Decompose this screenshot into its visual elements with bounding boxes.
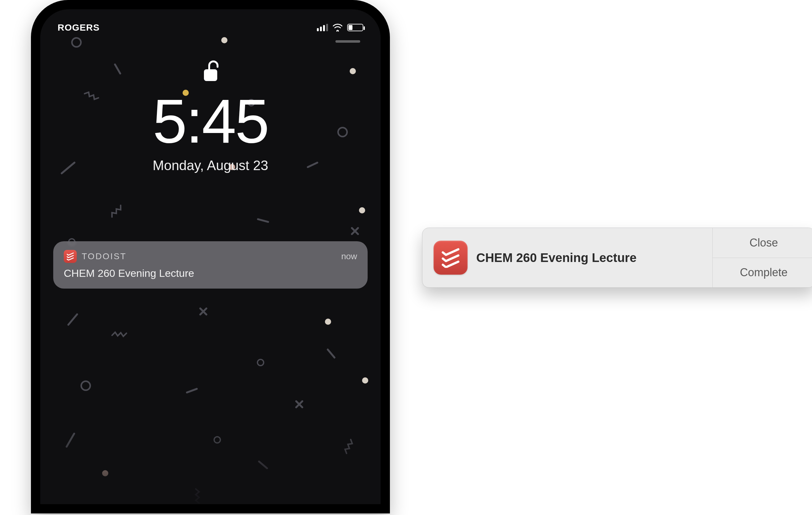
battery-icon (347, 24, 363, 31)
ios-notification-card[interactable]: TODOIST now CHEM 260 Evening Lecture (53, 241, 368, 289)
cellular-signal-icon (317, 24, 328, 31)
status-icons (317, 24, 363, 32)
macos-notification-actions: Close Complete (713, 228, 812, 287)
lock-screen-date: Monday, August 23 (40, 158, 381, 173)
todoist-app-icon (434, 241, 468, 275)
notification-center-handle[interactable] (336, 40, 360, 43)
ios-notification-header: TODOIST now (64, 250, 357, 263)
macos-notification-banner[interactable]: CHEM 260 Evening Lecture Close Complete (422, 228, 812, 287)
close-button[interactable]: Close (713, 228, 812, 258)
todoist-app-icon (64, 250, 77, 263)
status-bar: ROGERS (40, 20, 381, 35)
macos-notification-title: CHEM 260 Evening Lecture (476, 251, 637, 265)
lock-screen-time: 5:45 (40, 90, 381, 152)
carrier-label: ROGERS (58, 22, 99, 33)
unlock-icon (202, 59, 219, 84)
svg-rect-0 (204, 69, 217, 81)
wifi-icon (332, 24, 343, 32)
complete-button[interactable]: Complete (713, 258, 812, 287)
bottom-fade-overlay (40, 424, 381, 504)
ios-notification-app-name: TODOIST (82, 251, 126, 261)
phone-frame: ROGERS 5:45 Monday, August 23 (31, 0, 390, 513)
ios-notification-body: CHEM 260 Evening Lecture (64, 267, 357, 279)
macos-notification-content[interactable]: CHEM 260 Evening Lecture (423, 228, 713, 287)
phone-lock-screen: ROGERS 5:45 Monday, August 23 (40, 9, 381, 504)
ios-notification-timestamp: now (341, 251, 357, 261)
lock-screen-header: 5:45 Monday, August 23 (40, 59, 381, 173)
